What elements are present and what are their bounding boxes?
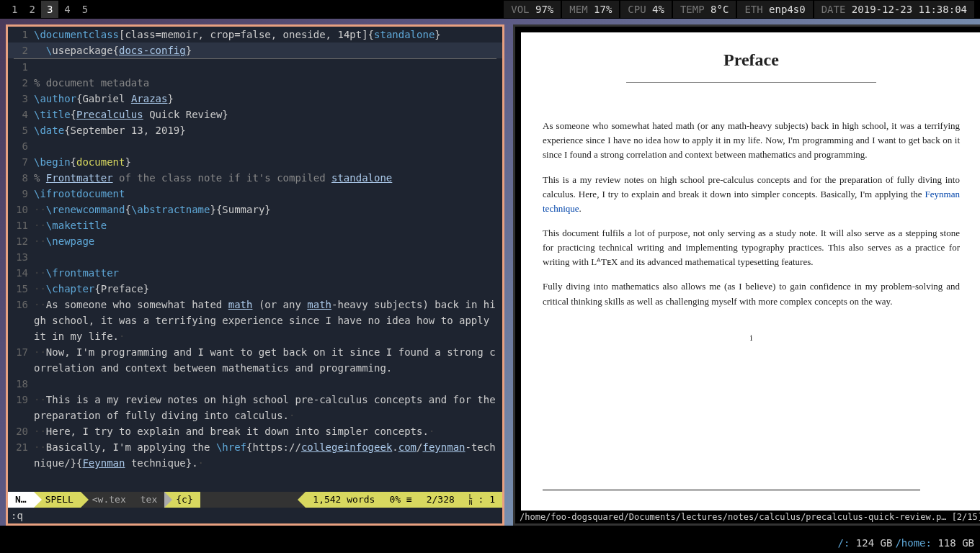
workspace-1[interactable]: 1 — [6, 1, 23, 18]
disk-root: /: 124 GB — [838, 537, 893, 549]
status-percent: 0% ≡ — [382, 492, 419, 508]
code-line[interactable]: 2% document metadata — [8, 75, 502, 91]
pdf-paragraph-4: Fully diving into mathematics also allow… — [543, 279, 960, 308]
code-line[interactable]: 1 — [8, 59, 502, 75]
status-temp: TEMP 8°C — [673, 1, 736, 18]
code-line[interactable]: 4\title{Precalculus Quick Review} — [8, 107, 502, 122]
pdf-paragraph-1: As someone who somewhat hated math (or a… — [543, 119, 960, 162]
code-line[interactable]: 9\ifrootdocument — [8, 186, 502, 202]
code-line[interactable]: 18 — [8, 376, 502, 392]
code-line[interactable]: 13 — [8, 249, 502, 265]
status-column: LN : 1 — [462, 492, 502, 508]
command-line[interactable]: :q — [8, 508, 502, 523]
topbar: 1 2 3 4 5 VOL 97% MEM 17% CPU 4% TEMP 8°… — [0, 0, 980, 19]
code-line[interactable]: 6 — [8, 138, 502, 154]
pdf-page-number: i — [543, 331, 960, 345]
editor-pane[interactable]: 1\documentclass[class=memoir, crop=false… — [6, 24, 504, 526]
status-cpu: CPU 4% — [620, 1, 672, 18]
code-current-line[interactable]: 2 \usepackage{docs-config} — [8, 42, 502, 58]
pdf-statusbar: /home/foo-dogsquared/Documents/lectures/… — [515, 511, 980, 523]
code-line[interactable]: 10··\renewcommand{\abstractname}{Summary… — [8, 202, 502, 217]
status-mode: N… — [8, 492, 34, 508]
code-line[interactable]: 15··\chapter{Preface} — [8, 281, 502, 297]
code-body[interactable]: 12% document metadata3\author{Gabriel Ar… — [8, 59, 502, 471]
code-line[interactable]: 17··Now, I'm programming and I want to g… — [8, 344, 502, 376]
disk-home: /home: 118 GB — [895, 537, 974, 549]
code-line[interactable]: 16··As someone who somewhat hated math (… — [8, 297, 502, 344]
status-position: 2/328 — [419, 492, 462, 508]
main-area: 1\documentclass[class=memoir, crop=false… — [0, 19, 980, 526]
pdf-pane[interactable]: Preface As someone who somewhat hated ma… — [513, 24, 980, 526]
code-line[interactable]: 21··Basically, I'm applying the \href{ht… — [8, 439, 502, 471]
workspace-4[interactable]: 4 — [58, 1, 76, 18]
code-line[interactable]: 12··\newpage — [8, 233, 502, 249]
pdf-page[interactable]: Preface As someone who somewhat hated ma… — [521, 32, 980, 511]
code-header-line[interactable]: 1\documentclass[class=memoir, crop=false… — [8, 27, 502, 42]
code-line[interactable]: 20··Here, I try to explain and break it … — [8, 423, 502, 439]
workspace-2[interactable]: 2 — [23, 1, 40, 18]
code-line[interactable]: 19··This is a my review notes on high sc… — [8, 392, 502, 423]
status-filetype: tex — [133, 492, 164, 508]
workspace-5[interactable]: 5 — [76, 1, 94, 18]
code-line[interactable]: 5\date{September 13, 2019} — [8, 122, 502, 138]
status-volume: VOL 97% — [504, 1, 561, 18]
editor-content[interactable]: 1\documentclass[class=memoir, crop=false… — [8, 27, 502, 492]
statusline: N… SPELL <w.tex tex {c} 1,542 words 0% ≡… — [8, 492, 502, 508]
workspace-list: 1 2 3 4 5 — [6, 1, 94, 18]
pdf-title: Preface — [543, 47, 960, 73]
pdf-title-rule — [626, 82, 876, 83]
pdf-paragraph-2: This is a my review notes on high school… — [543, 173, 960, 216]
pdf-bottom-rule — [543, 490, 920, 490]
code-line[interactable]: 14··\frontmatter — [8, 265, 502, 281]
code-line[interactable]: 7\begin{document} — [8, 154, 502, 170]
bottombar: /: 124 GB /home: 118 GB — [838, 533, 974, 553]
workspace-3[interactable]: 3 — [41, 1, 58, 18]
status-ethernet: ETH enp4s0 — [737, 1, 812, 18]
code-line[interactable]: 3\author{Gabriel Arazas} — [8, 91, 502, 107]
status-wordcount: 1,542 words — [306, 492, 382, 508]
code-line[interactable]: 8% Frontmatter of the class note if it's… — [8, 170, 502, 186]
code-line[interactable]: 11··\maketitle — [8, 217, 502, 233]
status-memory: MEM 17% — [562, 1, 619, 18]
pdf-paragraph-3: This document fulfils a lot of purpose, … — [543, 226, 960, 269]
status-date: DATE 2019-12-23 11:38:04 — [814, 1, 974, 18]
